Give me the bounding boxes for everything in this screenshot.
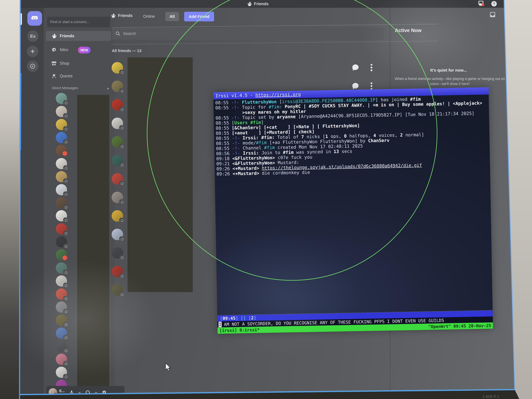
sidebar-item-label: Nitro [60, 47, 68, 52]
dm-list-item[interactable] [56, 132, 67, 143]
message-bubble-icon[interactable] [351, 82, 360, 90]
offline-status-badge [63, 361, 68, 365]
dm-list-item[interactable] [56, 249, 67, 260]
dm-list-item[interactable] [56, 197, 67, 208]
tab-online[interactable]: Online [143, 14, 155, 19]
server-icon-es[interactable]: Es [27, 30, 38, 42]
friend-avatar[interactable] [112, 192, 123, 203]
discord-home-button[interactable] [27, 11, 42, 26]
tmux-session-label: [irssi] 0:irssi* [219, 327, 260, 333]
offline-status-badge [63, 270, 68, 274]
sidebar-item-shop[interactable]: Shop [46, 58, 111, 68]
dm-list-item[interactable] [56, 223, 67, 234]
friend-row-actions [351, 82, 373, 90]
create-dm-icon[interactable]: + [107, 86, 109, 91]
offline-status-badge [119, 236, 124, 241]
text-cursor: I [219, 322, 222, 327]
offline-status-badge [119, 199, 124, 204]
chevron-down-icon[interactable] [94, 391, 98, 394]
dm-list-item[interactable] [56, 367, 67, 378]
dm-list-item[interactable] [56, 288, 67, 300]
active-now-quiet-body: When a friend starts an activity—like pl… [393, 76, 507, 86]
offline-status-badge [63, 244, 68, 248]
friend-avatar[interactable] [112, 210, 123, 222]
sidebar-item-quests[interactable]: Quests [46, 71, 111, 81]
friend-avatar[interactable] [112, 155, 123, 166]
photo-of-monitor: Friends ? Es Find or start a convers... … [0, 0, 532, 399]
tmux-host-clock: "OpenWrt" 09:45 20-Nov-25 [428, 323, 491, 329]
friend-avatar[interactable] [112, 62, 123, 74]
offline-status-badge [63, 322, 68, 326]
dm-header-label: Direct Messages [52, 86, 78, 91]
dm-list-item[interactable] [56, 236, 67, 247]
window-title: Friends [247, 1, 269, 6]
dm-list-item[interactable] [56, 262, 67, 273]
help-icon[interactable]: ? [491, 0, 497, 7]
mic-icon[interactable] [69, 390, 74, 395]
dm-header-row: Direct Messages + [52, 86, 109, 91]
button-label: Add Friend [189, 14, 209, 19]
dm-list-item[interactable] [56, 184, 67, 195]
friend-avatar[interactable] [112, 229, 123, 240]
dm-list-item[interactable] [56, 210, 67, 222]
offline-status-badge [119, 255, 124, 259]
dm-list-item[interactable] [56, 315, 67, 326]
dm-list-item[interactable] [56, 119, 67, 130]
offline-status-badge [63, 113, 68, 118]
dm-list-item[interactable] [56, 106, 67, 117]
offline-status-badge [119, 218, 124, 222]
active-server-pill [20, 13, 22, 25]
headphones-icon[interactable] [85, 390, 90, 395]
dm-list-item[interactable] [56, 328, 67, 339]
offline-status-badge [63, 283, 68, 287]
offline-status-badge [119, 107, 124, 111]
friend-row-actions [351, 63, 373, 72]
message-bubble-icon[interactable] [351, 63, 360, 72]
tab-label: Friends [118, 13, 133, 18]
quick-switcher[interactable]: Find or start a convers... [47, 17, 110, 27]
friends-count-label: All friends — 13 [112, 49, 141, 53]
settings-gear-icon[interactable] [101, 390, 107, 395]
dm-list-item[interactable] [56, 145, 67, 156]
dm-list-item[interactable] [56, 275, 67, 287]
add-server-button[interactable] [27, 46, 38, 57]
dm-list-item[interactable] [56, 93, 67, 104]
inbox-icon[interactable] [489, 11, 496, 18]
dm-list-item[interactable] [56, 158, 67, 169]
dm-list-item[interactable] [56, 171, 67, 182]
add-friend-button[interactable]: Add Friend [184, 12, 214, 21]
chevron-down-icon[interactable] [78, 391, 81, 394]
discord-logo-icon [31, 15, 39, 21]
tab-all[interactable]: All [165, 12, 179, 21]
quests-icon [51, 73, 57, 79]
quick-switcher-placeholder: Find or start a convers... [50, 20, 89, 24]
friend-avatar[interactable] [112, 266, 123, 277]
update-icon[interactable] [478, 1, 485, 7]
discover-button[interactable] [27, 61, 38, 72]
offline-status-badge [119, 162, 124, 167]
dm-list-item[interactable] [56, 341, 67, 352]
tab-friends[interactable]: Friends [110, 13, 133, 19]
friend-avatar[interactable] [112, 118, 123, 129]
offline-status-badge [63, 178, 68, 183]
friend-avatar[interactable] [112, 284, 123, 296]
dm-list-item[interactable] [56, 301, 67, 313]
friend-avatar[interactable] [112, 99, 123, 111]
shop-icon [51, 61, 57, 66]
friend-avatar[interactable] [112, 173, 123, 185]
offline-status-badge [119, 292, 124, 296]
offline-status-badge [63, 231, 68, 235]
more-options-kebab-icon[interactable] [370, 82, 373, 90]
statusbar-segment: 2 [251, 315, 254, 320]
friends-wave-icon [51, 33, 57, 39]
sidebar-item-friends[interactable]: Friends [46, 31, 111, 41]
offline-status-badge [119, 70, 124, 74]
friend-avatar[interactable] [112, 81, 123, 92]
friend-avatar[interactable] [112, 247, 123, 259]
friend-avatar[interactable] [112, 136, 123, 148]
irssi-terminal-window[interactable]: Irssi v1.4.5 - https://irssi.org 08:55 -… [213, 87, 493, 334]
avatar[interactable] [49, 388, 57, 397]
more-options-kebab-icon[interactable] [370, 63, 373, 72]
dm-list-item[interactable] [56, 354, 67, 365]
search-input[interactable]: Search [112, 28, 384, 40]
